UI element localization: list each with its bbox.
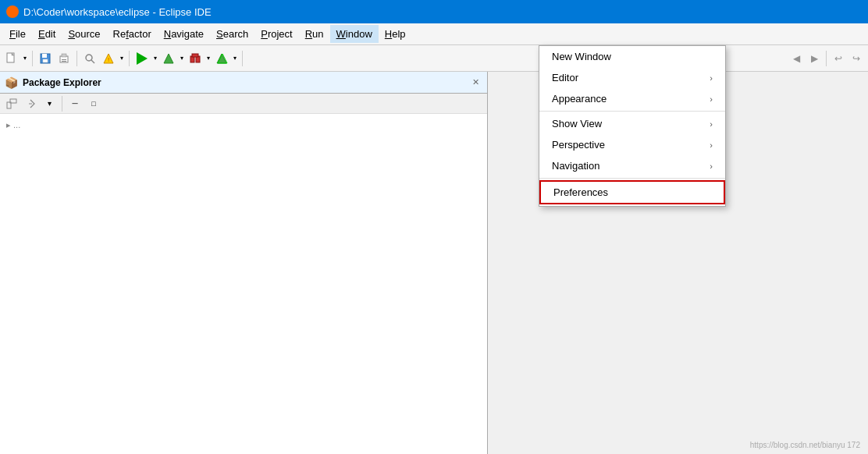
- perspective-arrow: ›: [710, 140, 713, 150]
- dropdown-sep1: [539, 111, 725, 112]
- sep5: [826, 51, 827, 66]
- editor-arrow: ›: [710, 73, 713, 83]
- menu-file[interactable]: File: [3, 25, 32, 43]
- appearance-arrow: ›: [710, 94, 713, 104]
- menu-bar: File Edit Source Refactor Navigate Searc…: [0, 23, 868, 45]
- svg-rect-8: [62, 61, 66, 62]
- menu-project[interactable]: Project: [254, 25, 298, 43]
- menu-new-window[interactable]: New Window: [539, 46, 725, 67]
- workspace-item[interactable]: ▸ ...: [6, 120, 481, 130]
- title-bar: D:\Coder\workspace\eclipse - Eclipse IDE: [0, 0, 868, 23]
- menu-run[interactable]: Run: [299, 25, 330, 43]
- debug-dropdown[interactable]: ▾: [179, 55, 185, 62]
- svg-marker-13: [164, 54, 173, 63]
- menu-show-view[interactable]: Show View ›: [539, 113, 725, 134]
- svg-rect-3: [42, 54, 47, 58]
- svg-text:!: !: [108, 56, 109, 63]
- view-menu-btn[interactable]: ▾: [41, 95, 58, 112]
- menu-refactor[interactable]: Refactor: [107, 25, 158, 43]
- sep2: [76, 51, 77, 66]
- menu-source[interactable]: Source: [62, 25, 106, 43]
- watermark: https://blog.csdn.net/bianyu 172: [750, 441, 860, 449]
- ext-tools-dropdown[interactable]: ▾: [205, 55, 212, 62]
- sep1: [32, 51, 33, 66]
- print-btn[interactable]: [55, 50, 73, 67]
- maximize-panel-btn[interactable]: □: [85, 95, 102, 112]
- sep3: [129, 51, 130, 66]
- package-explorer-content: ▸ ...: [0, 114, 487, 454]
- menu-search[interactable]: Search: [210, 25, 254, 43]
- panel-close-btn[interactable]: ✕: [469, 76, 482, 89]
- coverage-btn[interactable]: [213, 50, 230, 67]
- package-explorer-header: 📦 Package Explorer ✕: [0, 72, 487, 94]
- build-dropdown[interactable]: ▾: [119, 55, 125, 62]
- next-edit-btn[interactable]: ↪: [848, 50, 865, 67]
- eclipse-icon: [6, 5, 19, 18]
- menu-window[interactable]: Window: [330, 25, 379, 43]
- new-file-btn[interactable]: [3, 50, 20, 67]
- menu-navigation[interactable]: Navigation ›: [539, 155, 725, 176]
- save-btn[interactable]: [37, 50, 54, 67]
- search-btn[interactable]: [81, 50, 98, 67]
- back-btn[interactable]: ◀: [788, 50, 805, 67]
- package-explorer-title: Package Explorer: [23, 77, 464, 88]
- sep4: [242, 51, 243, 66]
- run-dropdown[interactable]: ▾: [152, 55, 158, 62]
- svg-line-10: [91, 60, 94, 63]
- menu-appearance[interactable]: Appearance ›: [539, 88, 725, 109]
- link-editor-btn[interactable]: [22, 95, 39, 112]
- package-icon: 📦: [5, 76, 18, 89]
- main-area: 📦 Package Explorer ✕ ▾ ─ □ ▸ ...: [0, 72, 868, 454]
- navigation-arrow: ›: [710, 161, 713, 171]
- new-file-dropdown[interactable]: ▾: [22, 55, 28, 62]
- coverage-dropdown[interactable]: ▾: [232, 55, 238, 62]
- debug-btn[interactable]: [160, 50, 177, 67]
- svg-rect-16: [192, 54, 198, 57]
- sep-pkg: [62, 96, 62, 112]
- svg-rect-7: [62, 59, 66, 60]
- menu-editor[interactable]: Editor ›: [539, 67, 725, 88]
- collapse-all-btn[interactable]: [3, 95, 20, 112]
- build-btn[interactable]: !: [100, 50, 117, 67]
- menu-help[interactable]: Help: [379, 25, 412, 43]
- dropdown-sep2: [539, 178, 725, 179]
- menu-navigate[interactable]: Navigate: [158, 25, 210, 43]
- run-btn[interactable]: [133, 50, 151, 67]
- svg-rect-6: [62, 54, 66, 57]
- menu-edit[interactable]: Edit: [32, 25, 62, 43]
- package-explorer-toolbar: ▾ ─ □: [0, 94, 487, 114]
- prev-edit-btn[interactable]: ↩: [830, 50, 847, 67]
- menu-perspective[interactable]: Perspective ›: [539, 134, 725, 155]
- package-explorer-panel: 📦 Package Explorer ✕ ▾ ─ □ ▸ ...: [0, 72, 488, 454]
- toolbar: ▾ ! ▾ ▾ ▾ ▾ ▾ ◀ ▶ ↩ ↪: [0, 45, 868, 72]
- window-dropdown-menu: New Window Editor › Appearance › Show Vi…: [539, 45, 726, 207]
- menu-preferences[interactable]: Preferences: [539, 180, 725, 204]
- ext-tools-btn[interactable]: [187, 50, 204, 67]
- svg-point-9: [86, 55, 92, 61]
- show-view-arrow: ›: [710, 119, 713, 129]
- forward-btn[interactable]: ▶: [806, 50, 823, 67]
- minimize-panel-btn[interactable]: ─: [66, 95, 84, 112]
- title-text: D:\Coder\workspace\eclipse - Eclipse IDE: [23, 6, 212, 18]
- svg-rect-4: [43, 59, 48, 62]
